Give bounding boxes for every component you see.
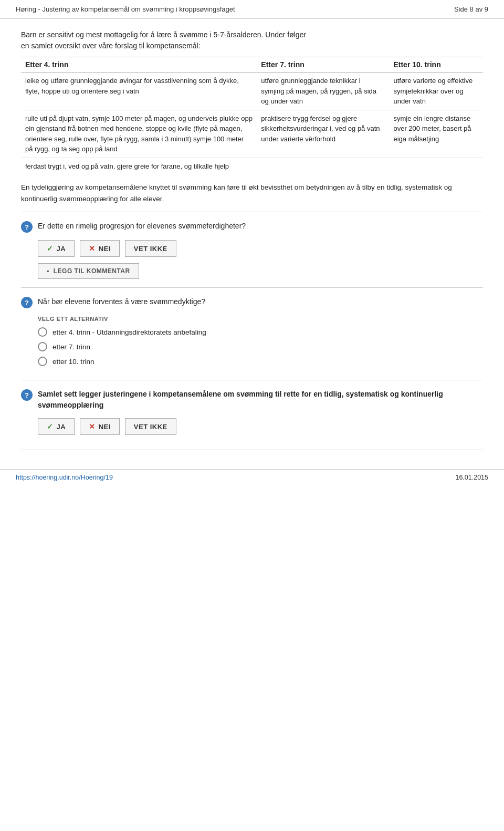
check-icon-q3: ✓ [47,422,54,431]
question-1-icon: ? [21,221,33,233]
cell-r3-c2 [257,158,389,174]
footer-date: 16.01.2015 [455,474,488,481]
q3-ja-button[interactable]: ✓ JA [38,418,75,435]
cell-r2-c3: symje ein lengre distanse over 200 meter… [389,110,483,158]
summary-text: En tydeliggjøring av kompetansemålene kn… [21,182,483,212]
radio-circle-2[interactable] [38,342,47,351]
q1-add-comment-button[interactable]: ▪ LEGG TIL KOMMENTAR [38,263,139,279]
radio-option-1: etter 4. trinn - Utdanningsdirektoratets… [38,327,483,337]
footer-link[interactable]: https://hoering.udir.no/Hoering/19 [16,474,113,481]
competence-table: Etter 4. trinn Etter 7. trinn Etter 10. … [21,57,483,174]
q1-add-comment-label: LEGG TIL KOMMENTAR [54,267,130,275]
question-2-icon: ? [21,297,33,308]
radio-label-1: etter 4. trinn - Utdanningsdirektoratets… [52,328,206,336]
cross-icon-q3: ✕ [89,422,96,431]
cell-r2-c1: rulle uti på djupt vatn, symje 100 meter… [21,110,257,158]
q1-vetikke-label: VET IKKE [134,245,167,253]
main-content: Barn er sensitivt og mest mottagelig for… [0,19,504,464]
cell-r2-c2: praktisere trygg ferdsel og gjere sikker… [257,110,389,158]
question-3-text: Samlet sett legger justeringene i kompet… [38,389,483,411]
question-3-icon: ? [21,389,33,401]
question-3-header: ? Samlet sett legger justeringene i komp… [21,389,483,411]
radio-circle-3[interactable] [38,357,47,366]
cell-r1-c2: utføre grunnleggjande teknikkar i symjin… [257,72,389,110]
comment-icon: ▪ [47,267,49,275]
table-row: leike og utføre grunnleggjande øvingar f… [21,72,483,110]
question-2-header: ? Når bør elevene forventes å være svømm… [21,296,483,308]
radio-circle-1[interactable] [38,327,47,337]
question-2-block: ? Når bør elevene forventes å være svømm… [21,296,483,380]
page-number: Side 8 av 9 [454,5,488,13]
question-1-text: Er dette en rimelig progresjon for eleve… [38,221,246,232]
question-2-text: Når bør elevene forventes å være svømmed… [38,296,205,307]
radio-option-3: etter 10. trinn [38,357,483,366]
table-row: rulle uti på djupt vatn, symje 100 meter… [21,110,483,158]
col-header-1: Etter 4. trinn [21,57,257,72]
table-row: ferdast trygt i, ved og på vatn, gjere g… [21,158,483,174]
intro-text: Barn er sensitivt og mest mottagelig for… [21,29,483,51]
page-footer: https://hoering.udir.no/Hoering/19 16.01… [0,469,504,485]
q3-ja-label: JA [57,423,66,431]
q1-nei-label: NEI [99,245,111,253]
cell-r3-c3 [389,158,483,174]
question-1-block: ? Er dette en rimelig progresjon for ele… [21,221,483,288]
cell-r3-c1: ferdast trygt i, ved og på vatn, gjere g… [21,158,257,174]
question-3-buttons: ✓ JA ✕ NEI VET IKKE [38,418,483,435]
q3-nei-label: NEI [99,423,111,431]
radio-option-2: etter 7. trinn [38,342,483,351]
col-header-2: Etter 7. trinn [257,57,389,72]
cell-r1-c3: utføre varierte og effektive symjeteknik… [389,72,483,110]
q1-nei-button[interactable]: ✕ NEI [80,240,120,257]
page-header: Høring - Justering av kompetansemål om s… [0,0,504,19]
q3-nei-button[interactable]: ✕ NEI [80,418,120,435]
radio-label-3: etter 10. trinn [52,358,94,366]
question-2-options: etter 4. trinn - Utdanningsdirektoratets… [38,327,483,366]
question-3-block: ? Samlet sett legger justeringene i komp… [21,389,483,450]
question-1-header: ? Er dette en rimelig progresjon for ele… [21,221,483,233]
header-title: Høring - Justering av kompetansemål om s… [16,5,235,13]
col-header-3: Etter 10. trinn [389,57,483,72]
q1-ja-label: JA [57,245,66,253]
q3-vetikke-label: VET IKKE [134,423,167,431]
check-icon: ✓ [47,244,54,253]
cross-icon: ✕ [89,244,96,253]
question-1-buttons: ✓ JA ✕ NEI VET IKKE [38,240,483,257]
radio-label-2: etter 7. trinn [52,343,90,351]
q3-vetikke-button[interactable]: VET IKKE [125,418,176,435]
q1-ja-button[interactable]: ✓ JA [38,240,75,257]
q1-vetikke-button[interactable]: VET IKKE [125,240,176,257]
velg-alternativ-label: VELG ETT ALTERNATIV [38,316,483,322]
cell-r1-c1: leike og utføre grunnleggjande øvingar f… [21,72,257,110]
